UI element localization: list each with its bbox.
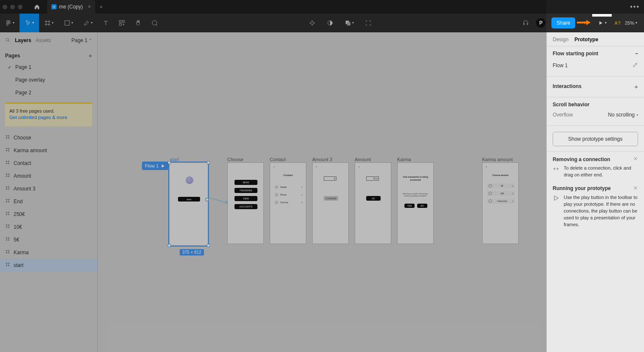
page-row[interactable]: ✓ Page 1: [0, 61, 97, 74]
svg-rect-7: [122, 20, 124, 23]
tab-close-icon[interactable]: ×: [88, 4, 91, 10]
user-avatar[interactable]: P: [536, 18, 545, 28]
show-prototype-settings-button[interactable]: Show prototype settings: [553, 132, 638, 146]
layer-row[interactable]: 10€: [0, 221, 97, 233]
main-menu-button[interactable]: ▾: [0, 14, 20, 32]
overflow-value: No scrolling: [608, 112, 635, 118]
page-row[interactable]: Page 2: [0, 86, 97, 99]
svg-point-2: [6, 22, 8, 24]
frame-icon: [44, 20, 51, 26]
frame-icon: [5, 211, 10, 217]
layer-name: 10€: [14, 224, 22, 230]
layer-row[interactable]: Amount: [0, 170, 97, 182]
layer-row[interactable]: Karma: [0, 246, 97, 259]
document-tab[interactable]: me (Copy) ×: [47, 0, 95, 14]
frame-label-start[interactable]: start: [170, 157, 179, 162]
close-window-dot[interactable]: [3, 5, 7, 9]
headphones-button[interactable]: [518, 17, 533, 29]
present-button[interactable]: ▾: [594, 17, 610, 29]
page-row[interactable]: Page overlay: [0, 74, 97, 86]
move-tool-button[interactable]: ▾: [20, 14, 39, 32]
edit-flow-button[interactable]: [633, 62, 638, 69]
new-tab-button[interactable]: +: [95, 3, 107, 10]
flow-start-badge[interactable]: Flow 1: [142, 162, 168, 170]
figma-logo-icon: [5, 20, 12, 26]
maximize-window-dot[interactable]: [18, 5, 23, 9]
resources-icon: [119, 20, 125, 26]
prototype-tab[interactable]: Prototype: [574, 37, 598, 43]
prototype-noodle[interactable]: [207, 195, 229, 207]
karma-yes: YES: [404, 204, 415, 208]
layer-row[interactable]: 5€: [0, 233, 97, 246]
scroll-title: Scroll behavior: [553, 102, 590, 108]
layer-row[interactable]: Karma amount: [0, 144, 97, 157]
dismiss-tip-button[interactable]: [633, 185, 638, 192]
frame-amount3[interactable]: ‹ $ CONFIRM: [312, 162, 349, 244]
flow-name[interactable]: Flow 1: [553, 62, 568, 68]
selection-handle[interactable]: [207, 244, 210, 247]
rectangle-icon: [64, 20, 71, 26]
pen-icon: [83, 20, 90, 26]
layer-name: Amount 3: [14, 186, 35, 192]
mask-icon-center[interactable]: [324, 14, 336, 32]
more-menu-icon[interactable]: •••: [630, 3, 640, 11]
assets-tab[interactable]: Assets: [36, 37, 51, 43]
design-tab[interactable]: Design: [553, 37, 568, 43]
layer-row-selected[interactable]: start: [0, 259, 97, 272]
karma-sub: Would you consider to boost your karma b…: [402, 193, 429, 197]
frame-label[interactable]: Choose: [227, 157, 243, 162]
pen-tool-button[interactable]: ▾: [78, 14, 98, 32]
frame-start[interactable]: start: [169, 162, 208, 246]
boolean-icon-center[interactable]: ▾: [342, 14, 356, 32]
union-icon: [345, 20, 351, 26]
canvas[interactable]: start Flow 1 start 375 × 812 Choose: [98, 32, 546, 352]
dismiss-tip-button[interactable]: [633, 156, 638, 162]
component-icon-center[interactable]: [306, 14, 318, 32]
frame-contact[interactable]: ‹ Contact +Mobile› +Phone› +Summer›: [270, 162, 306, 244]
back-chevron-icon: ‹: [316, 165, 317, 168]
amount3-currency: $: [333, 177, 336, 180]
frame-choose[interactable]: SEND TRANSFER VIEW ACCOUNTS: [227, 162, 264, 244]
hand-tool-button[interactable]: [130, 14, 146, 32]
selection-handle[interactable]: [207, 161, 210, 164]
frame-label[interactable]: Karma: [397, 157, 411, 162]
text-tool-button[interactable]: [98, 14, 114, 32]
dev-mode-button[interactable]: [579, 17, 593, 29]
layer-row[interactable]: End: [0, 195, 97, 208]
frame-label[interactable]: Contact: [270, 157, 286, 162]
selection-handle[interactable]: [168, 244, 171, 247]
frame-label[interactable]: Amount 3: [312, 157, 332, 162]
page-selector[interactable]: Page 1 ⌃: [71, 37, 92, 43]
layer-row[interactable]: Choose: [0, 131, 97, 144]
add-interaction-button[interactable]: +: [634, 83, 638, 90]
frame-tool-button[interactable]: ▾: [39, 14, 59, 32]
overflow-select[interactable]: No scrolling ▾: [608, 112, 638, 118]
frame-label[interactable]: Karma amount: [482, 157, 513, 162]
selection-handle[interactable]: [168, 161, 171, 164]
layers-tab[interactable]: Layers: [15, 37, 31, 43]
home-button[interactable]: [28, 0, 45, 14]
promo-link[interactable]: Get unlimited pages & more: [9, 115, 67, 120]
frame-amount[interactable]: ‹ 50 $ OK: [355, 162, 391, 244]
remove-flow-button[interactable]: −: [635, 51, 638, 57]
layer-row[interactable]: 250€: [0, 208, 97, 221]
frame-karma[interactable]: Your transaction is being processed Woul…: [397, 162, 434, 244]
link-icon-center[interactable]: [362, 14, 374, 32]
back-chevron-icon: ‹: [486, 165, 487, 168]
minimize-window-dot[interactable]: [10, 5, 15, 9]
comment-tool-button[interactable]: [146, 14, 162, 32]
share-button[interactable]: Share: [551, 17, 575, 28]
resources-button[interactable]: [114, 14, 130, 32]
layer-row[interactable]: Amount 3: [0, 182, 97, 195]
ka-title: Choose amount: [483, 174, 518, 176]
frame-label[interactable]: Amount: [355, 157, 371, 162]
karma-no: NO: [417, 204, 427, 208]
frame-karma-amount[interactable]: ‹ Choose amount 5€› 10€› I feel lucky›: [482, 162, 519, 244]
add-page-button[interactable]: +: [88, 52, 92, 59]
shape-tool-button[interactable]: ▾: [59, 14, 78, 32]
missing-fonts-button[interactable]: A?: [614, 20, 621, 26]
search-icon[interactable]: [5, 37, 11, 44]
headphones-icon: [523, 20, 529, 26]
zoom-control[interactable]: 25% ▾: [625, 20, 637, 26]
layer-row[interactable]: Contact: [0, 157, 97, 170]
